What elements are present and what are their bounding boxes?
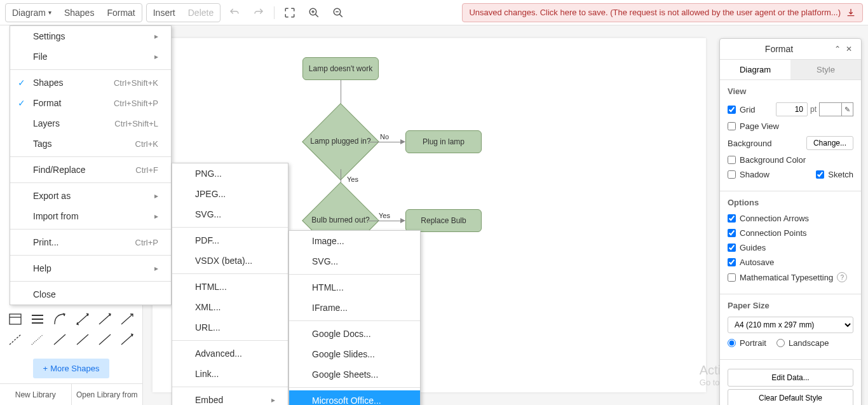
- format-menu-button[interactable]: Format: [100, 4, 141, 22]
- export-png[interactable]: PNG...: [172, 163, 288, 184]
- paper-size-select[interactable]: A4 (210 mm x 297 mm): [728, 317, 853, 333]
- menu-import[interactable]: Import from▸: [10, 206, 171, 226]
- chevron-right-icon: ▸: [154, 32, 158, 41]
- new-library-button[interactable]: New Library: [0, 384, 71, 405]
- shape-arrow-open[interactable]: [118, 310, 137, 328]
- clear-style-button[interactable]: Clear Default Style: [728, 389, 853, 405]
- bg-color-checkbox[interactable]: Background Color: [728, 155, 806, 165]
- math-checkbox[interactable]: Mathematical Typesetting: [728, 273, 833, 282]
- menu-format[interactable]: ✓FormatCtrl+Shift+P: [10, 93, 171, 113]
- shape-line-dash[interactable]: [5, 331, 25, 348]
- insert-button[interactable]: Insert: [147, 4, 182, 22]
- shape-line3[interactable]: [95, 331, 114, 348]
- export-svg[interactable]: SVG...: [172, 204, 288, 224]
- format-panel: Format ⌃ ✕ Diagram Style View Grid pt ✎ …: [719, 38, 862, 405]
- menu-find[interactable]: Find/ReplaceCtrl+F: [10, 160, 171, 180]
- more-shapes-label: More Shapes: [50, 364, 99, 373]
- shape-line2[interactable]: [72, 331, 92, 348]
- node-replace-bulb[interactable]: Replace Bulb: [405, 209, 482, 232]
- export-pdf[interactable]: PDF...: [172, 230, 288, 251]
- shape-window[interactable]: [5, 310, 25, 328]
- menu-file[interactable]: File▸: [10, 46, 171, 67]
- page-view-checkbox[interactable]: Page View: [728, 121, 779, 131]
- export-html[interactable]: HTML...: [172, 277, 288, 297]
- export-jpeg[interactable]: JPEG...: [172, 184, 288, 204]
- menu-tags[interactable]: TagsCtrl+K: [10, 134, 171, 154]
- menu-close[interactable]: Close: [10, 284, 171, 305]
- menu-layers[interactable]: LayersCtrl+Shift+L: [10, 113, 171, 134]
- export-embed[interactable]: Embed▸: [172, 390, 288, 405]
- embed-html[interactable]: HTML...: [289, 277, 420, 298]
- landscape-radio[interactable]: Landscape: [776, 338, 829, 348]
- collapse-icon[interactable]: ⌃: [832, 45, 843, 53]
- tab-style[interactable]: Style: [790, 60, 861, 79]
- tab-diagram[interactable]: Diagram: [720, 60, 790, 79]
- toolbar-group-main: Diagram▾ Shapes Format: [5, 3, 142, 22]
- embed-gsheets[interactable]: Google Sheets...: [289, 364, 420, 385]
- shapes-menu-button[interactable]: Shapes: [58, 4, 100, 22]
- menu-help[interactable]: Help▸: [10, 258, 171, 278]
- unsaved-changes-bar[interactable]: Unsaved changes. Click here to save. (Th…: [462, 3, 863, 22]
- redo-button[interactable]: [248, 3, 269, 22]
- shape-arrow2[interactable]: [118, 331, 137, 348]
- sketch-checkbox[interactable]: Sketch: [816, 170, 853, 179]
- svg-rect-8: [10, 314, 21, 324]
- close-icon[interactable]: ✕: [843, 45, 855, 53]
- export-vsdx[interactable]: VSDX (beta)...: [172, 251, 288, 271]
- embed-gslides[interactable]: Google Slides...: [289, 344, 420, 364]
- format-panel-title: Format: [726, 44, 832, 54]
- shape-curve[interactable]: [50, 310, 70, 328]
- menu-print[interactable]: Print...Ctrl+P: [10, 232, 171, 252]
- autosave-checkbox[interactable]: Autosave: [728, 257, 774, 267]
- more-shapes-button[interactable]: +More Shapes: [33, 359, 110, 378]
- change-background-button[interactable]: Change...: [806, 136, 853, 150]
- guides-checkbox[interactable]: Guides: [728, 243, 766, 252]
- shape-line-dot[interactable]: [27, 331, 47, 348]
- portrait-radio[interactable]: Portrait: [728, 338, 766, 348]
- help-icon[interactable]: ?: [837, 272, 847, 282]
- pencil-icon[interactable]: ✎: [842, 102, 853, 116]
- edit-data-button[interactable]: Edit Data...: [728, 369, 853, 387]
- zoom-fit-button[interactable]: [280, 3, 300, 22]
- undo-button[interactable]: [224, 3, 245, 22]
- open-library-button[interactable]: Open Library from: [71, 384, 143, 405]
- embed-image[interactable]: Image...: [289, 231, 420, 251]
- node-start[interactable]: Lamp doesn't work: [302, 57, 379, 80]
- zoom-in-button[interactable]: [304, 3, 324, 22]
- export-url[interactable]: URL...: [172, 317, 288, 338]
- arrow-right-icon: [400, 139, 405, 144]
- shape-list[interactable]: [27, 310, 47, 328]
- svg-rect-10: [32, 319, 43, 320]
- menu-shapes[interactable]: ✓ShapesCtrl+Shift+K: [10, 72, 171, 93]
- shape-arrow-bi[interactable]: [72, 310, 92, 328]
- shadow-checkbox[interactable]: Shadow: [728, 170, 770, 179]
- embed-iframe[interactable]: IFrame...: [289, 298, 420, 318]
- shape-line[interactable]: [50, 331, 70, 348]
- export-advanced[interactable]: Advanced...: [172, 343, 288, 364]
- embed-gdocs[interactable]: Google Docs...: [289, 324, 420, 344]
- export-link[interactable]: Link...: [172, 364, 288, 384]
- separator: [10, 255, 171, 256]
- shape-arrow[interactable]: [95, 310, 114, 328]
- export-xml[interactable]: XML...: [172, 297, 288, 317]
- separator: [10, 229, 171, 230]
- grid-unit: pt: [810, 105, 817, 114]
- edge: [369, 142, 403, 142]
- chevron-right-icon: ▸: [154, 52, 158, 61]
- grid-color-swatch[interactable]: [819, 102, 842, 116]
- conn-arrows-checkbox[interactable]: Connection Arrows: [728, 214, 809, 223]
- format-panel-tabs: Diagram Style: [720, 60, 861, 80]
- grid-size-input[interactable]: [776, 102, 808, 116]
- diagram-menu-button[interactable]: Diagram▾: [6, 4, 58, 22]
- grid-checkbox[interactable]: Grid: [728, 105, 756, 114]
- conn-points-checkbox[interactable]: Connection Points: [728, 228, 807, 238]
- separator: [289, 320, 420, 321]
- node-decision-plugged[interactable]: Lamp plugged in?: [313, 114, 368, 169]
- section-view-title: View: [728, 86, 853, 96]
- node-plug-in[interactable]: Plug in lamp: [405, 130, 482, 153]
- embed-svg[interactable]: SVG...: [289, 251, 420, 271]
- menu-settings[interactable]: Settings▸: [10, 26, 171, 46]
- menu-export[interactable]: Export as▸: [10, 186, 171, 206]
- zoom-out-button[interactable]: [328, 3, 348, 22]
- embed-msoffice[interactable]: Microsoft Office...: [289, 390, 420, 405]
